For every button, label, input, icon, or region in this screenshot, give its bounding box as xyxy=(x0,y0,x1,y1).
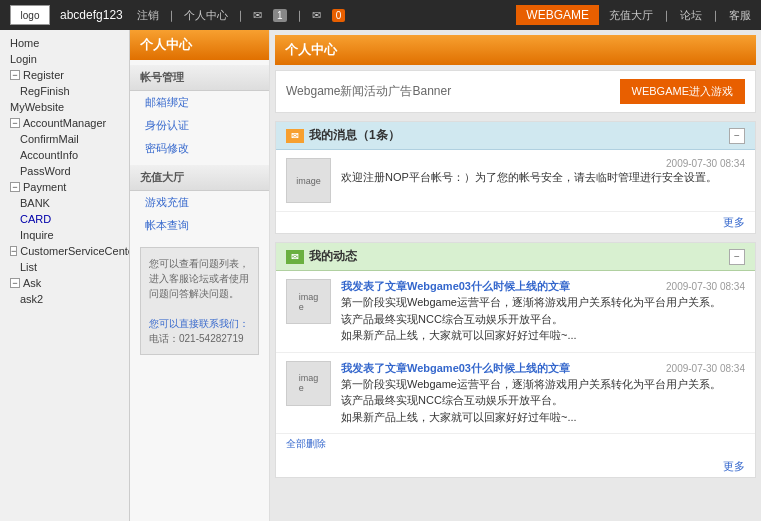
list-label: List xyxy=(20,261,37,273)
messages-section-title: ✉ 我的消息（1条） xyxy=(286,127,400,144)
sidebar-item-mywebsite[interactable]: MyWebsite xyxy=(0,99,129,115)
home-label: Home xyxy=(10,37,39,49)
content-title: 个人中心 xyxy=(275,35,756,65)
sidebar-item-accountinfo[interactable]: AccountInfo xyxy=(0,147,129,163)
activity-delete-all-link[interactable]: 全部删除 xyxy=(286,437,326,451)
center-footer-phone: 电话：021-54282719 xyxy=(149,333,244,344)
activity-content-1: 我发表了文章Webgame03什么时候上线的文章 2009-07-30 08:3… xyxy=(341,279,745,344)
msg-badge: 0 xyxy=(332,9,346,22)
center-panel: 个人中心 帐号管理 邮箱绑定 身份认证 密码修改 充值大厅 游戏充值 帐本查询 … xyxy=(130,30,270,521)
profile-link[interactable]: 个人中心 xyxy=(184,9,228,21)
ask-expander[interactable]: − xyxy=(10,278,20,288)
messages-section-header: ✉ 我的消息（1条） − xyxy=(276,122,755,150)
msg-icon: ✉ xyxy=(312,9,321,21)
activity-icon: ✉ xyxy=(286,250,304,264)
header-nav-links: 注销 ｜ 个人中心 ｜ ✉ 1 ｜ ✉ 0 xyxy=(133,8,350,23)
center-footer-link[interactable]: 您可以直接联系我们： xyxy=(149,318,249,329)
sidebar-item-list[interactable]: List xyxy=(0,259,129,275)
ask-label: Ask xyxy=(23,277,41,289)
accountmanager-label: AccountManager xyxy=(23,117,106,129)
service-link[interactable]: 客服 xyxy=(729,8,751,23)
activity-section-header: ✉ 我的动态 − xyxy=(276,243,755,271)
content-panel: 个人中心 Webgame新闻活动广告Banner WEBGAME进入游戏 ✉ 我… xyxy=(270,30,761,521)
password-label: PassWord xyxy=(20,165,71,177)
left-tree-panel: Home Login − Register RegFinish MyWebsit… xyxy=(0,30,130,521)
activity-text-2: 第一阶段实现Webgame运营平台，逐渐将游戏用户关系转化为平台用户关系。 该产… xyxy=(341,376,745,426)
customerservice-expander[interactable]: − xyxy=(10,246,17,256)
activity-more-link[interactable]: 更多 xyxy=(723,460,745,472)
register-label: Register xyxy=(23,69,64,81)
inquire-label: Inquire xyxy=(20,229,54,241)
header-right-links: 充值大厅 ｜ 论坛 ｜ 客服 xyxy=(609,8,751,23)
webgame-enter-button[interactable]: WEBGAME进入游戏 xyxy=(620,79,745,104)
accountmanager-expander[interactable]: − xyxy=(10,118,20,128)
activity-date-2: 2009-07-30 08:34 xyxy=(666,363,745,374)
activity-collapse-button[interactable]: − xyxy=(729,249,745,265)
logout-link[interactable]: 注销 xyxy=(137,9,159,21)
activity-section: ✉ 我的动态 − image 我发表了文章Webgame03什么时候上线的文章 … xyxy=(275,242,756,478)
sidebar-item-register[interactable]: − Register xyxy=(0,67,129,83)
messages-section: ✉ 我的消息（1条） − image 2009-07-30 08:34 欢迎注册… xyxy=(275,121,756,234)
activity-item-2: image 我发表了文章Webgame03什么时候上线的文章 2009-07-3… xyxy=(276,353,755,435)
messages-collapse-button[interactable]: − xyxy=(729,128,745,144)
login-label: Login xyxy=(10,53,37,65)
sidebar-item-ask2[interactable]: ask2 xyxy=(0,291,129,307)
forum-link[interactable]: 论坛 xyxy=(680,8,702,23)
customerservice-label: CustomerServiceCenter xyxy=(20,245,130,257)
activity-title-2[interactable]: 我发表了文章Webgame03什么时候上线的文章 xyxy=(341,361,570,376)
center-link-account-query[interactable]: 帐本查询 xyxy=(130,214,269,237)
webgame-header-button[interactable]: WEBGAME xyxy=(516,5,599,25)
payment-expander[interactable]: − xyxy=(10,182,20,192)
header-logo: logo xyxy=(10,5,50,25)
center-footer-text: 您可以查看问题列表，进入客服论坛或者使用问题问答解决问题。 xyxy=(149,258,249,299)
activity-section-title: ✉ 我的动态 xyxy=(286,248,357,265)
register-expander[interactable]: − xyxy=(10,70,20,80)
center-link-password-change[interactable]: 密码修改 xyxy=(130,137,269,160)
sidebar-item-bank[interactable]: BANK xyxy=(0,195,129,211)
sidebar-item-accountmanager[interactable]: − AccountManager xyxy=(0,115,129,131)
activity-title-1[interactable]: 我发表了文章Webgame03什么时候上线的文章 xyxy=(341,279,570,294)
activity-more: 更多 xyxy=(276,456,755,477)
center-link-identity[interactable]: 身份认证 xyxy=(130,114,269,137)
sidebar-item-regfinish[interactable]: RegFinish xyxy=(0,83,129,99)
center-footer: 您可以查看问题列表，进入客服论坛或者使用问题问答解决问题。 您可以直接联系我们：… xyxy=(140,247,259,355)
sidebar-item-home[interactable]: Home xyxy=(0,35,129,51)
center-section-recharge: 充值大厅 xyxy=(130,165,269,191)
banner-text: Webgame新闻活动广告Banner xyxy=(286,83,451,100)
mywebsite-label: MyWebsite xyxy=(10,101,64,113)
messages-more-link[interactable]: 更多 xyxy=(723,216,745,228)
accountinfo-label: AccountInfo xyxy=(20,149,78,161)
header-username: abcdefg123 xyxy=(60,8,123,22)
sidebar-item-payment[interactable]: − Payment xyxy=(0,179,129,195)
activity-date-1: 2009-07-30 08:34 xyxy=(666,281,745,292)
activity-bottom-bar: 全部删除 xyxy=(276,434,755,456)
sidebar-item-card[interactable]: CARD xyxy=(0,211,129,227)
messages-more: 更多 xyxy=(276,212,755,233)
confirmmail-label: ConfirmMail xyxy=(20,133,79,145)
mail-icon: ✉ xyxy=(253,9,262,21)
center-link-email-bind[interactable]: 邮箱绑定 xyxy=(130,91,269,114)
center-panel-title: 个人中心 xyxy=(130,30,269,60)
sidebar-item-customerservice[interactable]: − CustomerServiceCenter xyxy=(0,243,129,259)
mail-badge: 1 xyxy=(273,9,287,22)
activity-text-1: 第一阶段实现Webgame运营平台，逐渐将游戏用户关系转化为平台用户关系。 该产… xyxy=(341,294,745,344)
sidebar-item-login[interactable]: Login xyxy=(0,51,129,67)
message-content: 2009-07-30 08:34 欢迎注册NOP平台帐号：）为了您的帐号安全，请… xyxy=(341,158,745,203)
main-container: Home Login − Register RegFinish MyWebsit… xyxy=(0,30,761,521)
sidebar-item-ask[interactable]: − Ask xyxy=(0,275,129,291)
center-link-game-recharge[interactable]: 游戏充值 xyxy=(130,191,269,214)
sidebar-item-confirmmail[interactable]: ConfirmMail xyxy=(0,131,129,147)
banner-area: Webgame新闻活动广告Banner WEBGAME进入游戏 xyxy=(275,70,756,113)
payment-label: Payment xyxy=(23,181,66,193)
message-item: image 2009-07-30 08:34 欢迎注册NOP平台帐号：）为了您的… xyxy=(276,150,755,212)
center-section-account: 帐号管理 xyxy=(130,65,269,91)
recharge-link[interactable]: 充值大厅 xyxy=(609,8,653,23)
sidebar-item-inquire[interactable]: Inquire xyxy=(0,227,129,243)
bank-label: BANK xyxy=(20,197,50,209)
activity-image-1: image xyxy=(286,279,331,324)
activity-content-2: 我发表了文章Webgame03什么时候上线的文章 2009-07-30 08:3… xyxy=(341,361,745,426)
message-date: 2009-07-30 08:34 xyxy=(341,158,745,169)
card-label: CARD xyxy=(20,213,51,225)
activity-image-2: image xyxy=(286,361,331,406)
sidebar-item-password[interactable]: PassWord xyxy=(0,163,129,179)
